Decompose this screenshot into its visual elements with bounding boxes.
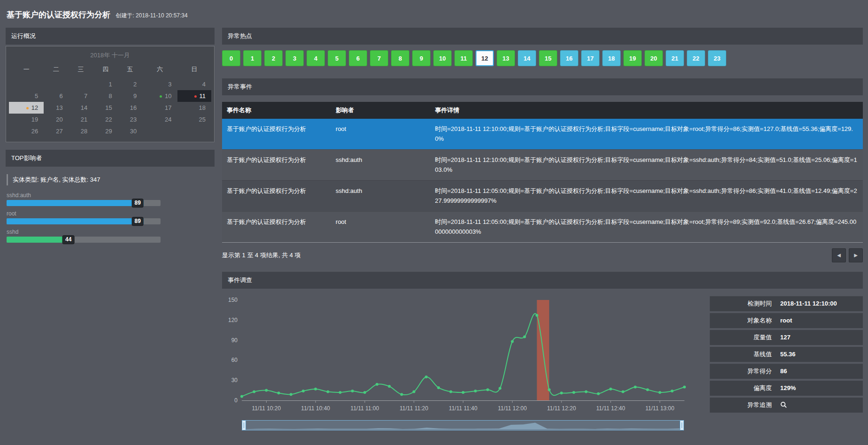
calendar-day-15[interactable]: 15 bbox=[93, 102, 117, 114]
calendar-day-9[interactable]: 9 bbox=[118, 90, 142, 102]
calendar-day-11[interactable]: 11 bbox=[177, 90, 211, 102]
calendar-day-1[interactable]: 1 bbox=[93, 78, 117, 90]
calendar-day-10[interactable]: 10 bbox=[142, 90, 177, 102]
event-detail-cell: 时间=2018-11-11 12:10:00;规则=基于账户的认证授权行为分析;… bbox=[430, 149, 863, 180]
detail-label: 异常追溯 bbox=[710, 401, 780, 409]
calendar-day-27[interactable]: 27 bbox=[44, 125, 68, 137]
series-line bbox=[242, 313, 684, 396]
calendar-day-16[interactable]: 16 bbox=[118, 102, 142, 114]
hour-button-2[interactable]: 2 bbox=[264, 50, 283, 66]
calendar-day-22[interactable]: 22 bbox=[93, 114, 117, 125]
hour-button-11[interactable]: 11 bbox=[454, 50, 473, 66]
top-influencers-panel: TOP影响者 实体类型: 账户名, 实体总数: 347 sshd:auth89r… bbox=[6, 150, 215, 243]
events-column-header-0[interactable]: 事件名称 bbox=[222, 102, 331, 119]
hour-button-12[interactable]: 12 bbox=[476, 50, 494, 66]
hour-button-14[interactable]: 14 bbox=[518, 50, 536, 66]
event-chart: 030609012015011/11 10:2011/11 10:4011/11… bbox=[222, 293, 692, 430]
hour-button-22[interactable]: 22 bbox=[687, 50, 705, 66]
slider-handle-right[interactable] bbox=[680, 420, 684, 430]
calendar-day-3[interactable]: 3 bbox=[142, 78, 177, 90]
hour-button-5[interactable]: 5 bbox=[328, 50, 346, 66]
calendar-day-29[interactable]: 29 bbox=[93, 125, 117, 137]
overview-panel: 运行概况 2018年 十一月 一二三四五六日 12345678910111213… bbox=[6, 28, 215, 142]
calendar-days: 1234567891011121314151617181920212223242… bbox=[9, 78, 211, 137]
influencer-bar-root[interactable]: root89 bbox=[7, 210, 161, 224]
influencer-bar-fill bbox=[7, 218, 144, 224]
chart-range-slider[interactable] bbox=[242, 420, 684, 430]
events-column-header-2[interactable]: 事件详情 bbox=[430, 102, 863, 119]
event-detail-cell: 时间=2018-11-11 12:05:00;规则=基于账户的认证授权行为分析;… bbox=[430, 211, 863, 242]
calendar-day-6[interactable]: 6 bbox=[44, 90, 68, 102]
influencer-bar-sshd:auth[interactable]: sshd:auth89 bbox=[7, 192, 161, 206]
hour-button-13[interactable]: 13 bbox=[497, 50, 515, 66]
hour-button-0[interactable]: 0 bbox=[222, 50, 240, 66]
svg-text:11/11 10:40: 11/11 10:40 bbox=[301, 405, 330, 412]
influencer-bar-sshd[interactable]: sshd44 bbox=[7, 229, 161, 243]
prev-page-button[interactable]: ◀ bbox=[832, 248, 846, 262]
hour-button-10[interactable]: 10 bbox=[433, 50, 452, 66]
event-row-2[interactable]: 基于账户的认证授权行为分析sshd:auth时间=2018-11-11 12:1… bbox=[222, 149, 863, 180]
event-row-4[interactable]: 基于账户的认证授权行为分析root时间=2018-11-11 12:05:00;… bbox=[222, 211, 863, 242]
calendar-day-13[interactable]: 13 bbox=[44, 102, 68, 114]
calendar-day-5[interactable]: 5 bbox=[9, 90, 44, 102]
svg-text:11/11 13:00: 11/11 13:00 bbox=[645, 405, 675, 412]
hotspots-panel: 异常热点 01234567891011121314151617181920212… bbox=[222, 28, 863, 71]
detail-label: 偏离度 bbox=[710, 384, 780, 392]
left-column: 运行概况 2018年 十一月 一二三四五六日 12345678910111213… bbox=[6, 28, 215, 250]
calendar-day-28[interactable]: 28 bbox=[69, 125, 93, 137]
hour-button-7[interactable]: 7 bbox=[370, 50, 388, 66]
calendar-day-24[interactable]: 24 bbox=[142, 114, 177, 125]
detail-value: 2018-11-11 12:10:00 bbox=[780, 300, 863, 307]
influencer-value-badge: 89 bbox=[132, 199, 144, 208]
event-dot-orange bbox=[26, 107, 29, 109]
hour-button-15[interactable]: 15 bbox=[539, 50, 557, 66]
detail-label: 对象名称 bbox=[710, 316, 780, 325]
event-row-3[interactable]: 基于账户的认证授权行为分析sshd:auth时间=2018-11-11 12:0… bbox=[222, 180, 863, 211]
calendar-day-18[interactable]: 18 bbox=[177, 102, 211, 114]
hour-button-8[interactable]: 8 bbox=[391, 50, 409, 66]
calendar-table: 一二三四五六日 12345678910111213141516171819202… bbox=[9, 61, 211, 137]
events-table-body: 基于账户的认证授权行为分析root时间=2018-11-11 12:10:00;… bbox=[222, 119, 863, 242]
calendar-day-23[interactable]: 23 bbox=[118, 114, 142, 125]
hour-button-19[interactable]: 19 bbox=[623, 50, 642, 66]
hour-button-20[interactable]: 20 bbox=[645, 50, 663, 66]
calendar-day-19[interactable]: 19 bbox=[9, 114, 44, 125]
weekday-label: 四 bbox=[93, 61, 117, 78]
calendar-day-8[interactable]: 8 bbox=[93, 90, 117, 102]
influencer-value-badge: 89 bbox=[132, 217, 144, 226]
calendar-day-17[interactable]: 17 bbox=[142, 102, 177, 114]
calendar-day-30[interactable]: 30 bbox=[118, 125, 142, 137]
detail-row-detect-time: 检测时间2018-11-11 12:10:00 bbox=[710, 296, 863, 311]
next-page-button[interactable]: ▶ bbox=[849, 248, 863, 262]
hour-button-1[interactable]: 1 bbox=[243, 50, 261, 66]
calendar-day-25[interactable]: 25 bbox=[177, 114, 211, 125]
event-actor-cell: sshd:auth bbox=[331, 180, 430, 211]
hour-button-4[interactable]: 4 bbox=[307, 50, 325, 66]
hour-button-6[interactable]: 6 bbox=[349, 50, 367, 66]
calendar-day-21[interactable]: 21 bbox=[69, 114, 93, 125]
calendar-day-7[interactable]: 7 bbox=[69, 90, 93, 102]
svg-text:11/11 11:00: 11/11 11:00 bbox=[351, 405, 379, 412]
calendar-day-2[interactable]: 2 bbox=[118, 78, 142, 90]
magnifier-icon[interactable] bbox=[780, 401, 787, 408]
right-arrow-icon: ▶ bbox=[854, 253, 858, 258]
calendar-day-20[interactable]: 20 bbox=[44, 114, 68, 125]
dashboard: 基于账户的认证授权行为分析 创建于: 2018-11-10 20:57:34 运… bbox=[0, 0, 868, 438]
influencer-bar-fill bbox=[7, 200, 144, 206]
calendar-day-26[interactable]: 26 bbox=[9, 125, 44, 137]
calendar-day-12[interactable]: 12 bbox=[9, 102, 44, 114]
hour-button-3[interactable]: 3 bbox=[285, 50, 304, 66]
hour-button-17[interactable]: 17 bbox=[581, 50, 599, 66]
hour-button-18[interactable]: 18 bbox=[602, 50, 621, 66]
event-row-1[interactable]: 基于账户的认证授权行为分析root时间=2018-11-11 12:10:00;… bbox=[222, 119, 863, 149]
slider-handle-left[interactable] bbox=[242, 420, 246, 430]
hour-button-16[interactable]: 16 bbox=[560, 50, 578, 66]
hour-button-9[interactable]: 9 bbox=[412, 50, 430, 66]
hour-button-21[interactable]: 21 bbox=[666, 50, 684, 66]
hour-button-23[interactable]: 23 bbox=[708, 50, 726, 66]
calendar-day-14[interactable]: 14 bbox=[69, 102, 93, 114]
calendar-day-4[interactable]: 4 bbox=[177, 78, 211, 90]
calendar-empty-cell bbox=[69, 78, 93, 90]
svg-text:120: 120 bbox=[228, 316, 238, 323]
events-column-header-1[interactable]: 影响者 bbox=[331, 102, 430, 119]
